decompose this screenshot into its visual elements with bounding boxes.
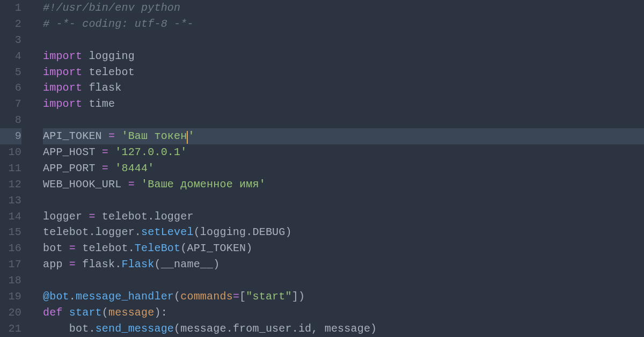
token-fn: TeleBot — [135, 242, 180, 254]
line-number: 10 — [0, 144, 21, 160]
token-nm: app — [43, 258, 69, 270]
code-line[interactable] — [43, 273, 644, 289]
token-nm — [135, 178, 141, 191]
code-line[interactable]: @bot.message_handler(commands=["start"]) — [43, 289, 644, 305]
code-line[interactable]: bot.send_message(message.from_user.id, m… — [43, 321, 644, 337]
token-nm: telebot. — [76, 242, 135, 254]
line-number: 6 — [0, 80, 21, 96]
token-nm: bot. — [43, 323, 96, 335]
code-line[interactable]: import telebot — [43, 64, 644, 80]
token-punc: ) — [286, 226, 292, 238]
line-number: 4 — [0, 48, 21, 64]
token-op: = — [108, 130, 115, 142]
token-punc: ( — [174, 290, 180, 303]
token-nm: DEBUG — [252, 226, 285, 238]
token-str: токен — [154, 130, 187, 142]
token-op: = — [233, 290, 239, 303]
line-number: 5 — [0, 64, 21, 80]
code-area[interactable]: #!/usr/bin/env python# -*- coding: utf-8… — [31, 0, 644, 337]
token-nm — [108, 162, 115, 174]
line-number: 7 — [0, 96, 21, 112]
code-line[interactable]: APP_PORT = '8444' — [43, 160, 644, 177]
code-line[interactable]: # -*- coding: utf-8 -*- — [43, 16, 644, 32]
code-line[interactable]: API_TOKEN = 'Ваш токен' — [43, 128, 644, 144]
token-punc: ): — [154, 306, 167, 319]
token-kw: def — [43, 306, 63, 319]
token-op: = — [69, 258, 76, 270]
code-line[interactable]: logger = telebot.logger — [43, 209, 644, 225]
code-line[interactable]: import flask — [43, 80, 644, 96]
line-number: 1 — [0, 0, 21, 16]
token-op: = — [69, 242, 76, 254]
token-nm: telebot.logger — [96, 210, 194, 223]
code-line[interactable] — [43, 193, 644, 209]
line-number-gutter: 123456789101112131415161718192021 — [0, 0, 31, 337]
line-number: 2 — [0, 16, 21, 32]
token-cmt: #!/usr/bin/env python — [43, 2, 180, 14]
token-nm: flask. — [76, 258, 121, 270]
token-nm: logger — [43, 210, 89, 223]
token-fn: start — [69, 306, 102, 319]
token-arg: commands — [180, 290, 233, 303]
code-line[interactable]: import logging — [43, 48, 644, 64]
token-op: = — [89, 210, 95, 223]
line-number: 15 — [0, 224, 21, 240]
token-nm — [108, 146, 115, 158]
line-number: 21 — [0, 321, 21, 337]
code-line[interactable]: #!/usr/bin/env python — [43, 0, 644, 16]
code-editor[interactable]: 123456789101112131415161718192021 #!/usr… — [0, 0, 644, 337]
line-number: 20 — [0, 305, 21, 321]
token-str: 'Ваше доменное имя' — [141, 178, 266, 191]
token-nm: API_TOKEN — [43, 130, 108, 142]
line-number: 11 — [0, 160, 21, 177]
line-number: 16 — [0, 240, 21, 257]
code-line[interactable]: def start(message): — [43, 305, 644, 321]
code-line[interactable]: app = flask.Flask(__name__) — [43, 257, 644, 273]
line-number: 8 — [0, 112, 21, 128]
code-line[interactable]: APP_HOST = '127.0.0.1' — [43, 144, 644, 160]
token-fn: message_handler — [76, 290, 174, 303]
token-str: '8444' — [115, 162, 154, 174]
token-cmt: # -*- coding: utf-8 -*- — [43, 18, 194, 30]
text-cursor — [187, 131, 188, 144]
token-nm: APP_HOST — [43, 146, 102, 158]
code-line[interactable]: import time — [43, 96, 644, 112]
token-fn: @bot — [43, 290, 69, 303]
line-number: 13 — [0, 193, 21, 209]
line-number: 19 — [0, 289, 21, 305]
token-kw: import — [43, 50, 82, 62]
token-str: ' — [121, 130, 128, 142]
token-fn: Flask — [121, 258, 154, 270]
token-arg: message — [108, 306, 154, 319]
token-op: = — [102, 162, 108, 174]
token-punc: [ — [239, 290, 246, 303]
line-number: 12 — [0, 177, 21, 193]
line-number: 9 — [0, 128, 21, 144]
token-punc: (API_TOKEN) — [180, 242, 252, 254]
token-kw: import — [43, 98, 82, 110]
token-fn: send_message — [96, 323, 174, 335]
code-line[interactable] — [43, 112, 644, 128]
token-nm: time — [82, 98, 115, 110]
token-nm: flask — [82, 82, 121, 94]
token-punc: (__name__) — [154, 258, 219, 270]
token-nm: . — [69, 290, 76, 303]
token-kw: import — [43, 82, 82, 94]
line-number: 14 — [0, 209, 21, 225]
token-str: "start" — [246, 290, 291, 303]
token-punc: (logging. — [194, 226, 253, 238]
code-line[interactable] — [43, 32, 644, 48]
token-punc: (message.from_user.id, message) — [174, 323, 377, 335]
token-nm: telebot — [82, 66, 135, 78]
code-line[interactable]: WEB_HOOK_URL = 'Ваше доменное имя' — [43, 177, 644, 193]
token-op: = — [102, 146, 108, 158]
code-line[interactable]: bot = telebot.TeleBot(API_TOKEN) — [43, 240, 644, 257]
token-kw: import — [43, 66, 82, 78]
token-fn: setLevel — [141, 226, 194, 238]
code-line[interactable]: telebot.logger.setLevel(logging.DEBUG) — [43, 224, 644, 240]
token-nm — [115, 130, 121, 142]
token-nm: telebot.logger. — [43, 226, 141, 238]
token-nm: APP_PORT — [43, 162, 102, 174]
token-str: ' — [188, 130, 194, 142]
token-str: Ваш — [128, 130, 155, 142]
